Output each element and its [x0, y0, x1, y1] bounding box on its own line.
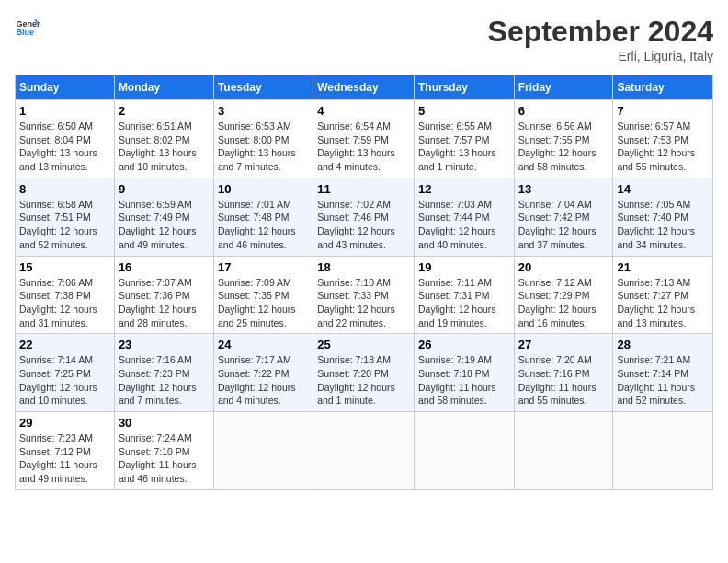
cell-content: Sunrise: 7:14 AMSunset: 7:25 PMDaylight:… [19, 353, 110, 408]
day-number: 27 [518, 338, 609, 351]
day-number: 26 [418, 338, 510, 351]
day-number: 9 [119, 182, 210, 196]
cell-content: Sunrise: 7:10 AMSunset: 7:33 PMDaylight:… [317, 276, 410, 330]
cell-content: Sunrise: 7:09 AMSunset: 7:35 PMDaylight:… [218, 276, 309, 330]
day-number: 7 [617, 104, 709, 118]
header-sunday: Sunday [16, 75, 115, 100]
cell-content: Sunrise: 7:04 AMSunset: 7:42 PMDaylight:… [518, 198, 609, 252]
calendar-cell [213, 412, 313, 490]
header-wednesday: Wednesday [313, 75, 415, 100]
day-number: 12 [418, 182, 510, 196]
calendar-cell: 12Sunrise: 7:03 AMSunset: 7:44 PMDayligh… [414, 178, 514, 256]
day-number: 23 [119, 338, 210, 351]
cell-content: Sunrise: 6:58 AMSunset: 7:51 PMDaylight:… [19, 198, 110, 252]
cell-content: Sunrise: 7:03 AMSunset: 7:44 PMDaylight:… [418, 198, 510, 252]
cell-content: Sunrise: 6:55 AMSunset: 7:57 PMDaylight:… [418, 120, 510, 174]
calendar-cell: 22Sunrise: 7:14 AMSunset: 7:25 PMDayligh… [16, 334, 115, 412]
day-number: 10 [218, 182, 309, 196]
day-number: 17 [218, 260, 309, 274]
cell-content: Sunrise: 7:02 AMSunset: 7:46 PMDaylight:… [317, 198, 410, 252]
calendar-week-3: 15Sunrise: 7:06 AMSunset: 7:38 PMDayligh… [16, 256, 713, 334]
calendar-cell: 20Sunrise: 7:12 AMSunset: 7:29 PMDayligh… [514, 256, 613, 334]
calendar-week-2: 8Sunrise: 6:58 AMSunset: 7:51 PMDaylight… [16, 178, 713, 256]
header-thursday: Thursday [414, 75, 514, 100]
cell-content: Sunrise: 7:16 AMSunset: 7:23 PMDaylight:… [119, 353, 210, 408]
day-number: 21 [617, 260, 709, 274]
cell-content: Sunrise: 7:24 AMSunset: 7:10 PMDaylight:… [119, 431, 210, 486]
cell-content: Sunrise: 7:17 AMSunset: 7:22 PMDaylight:… [218, 353, 309, 408]
calendar-cell: 23Sunrise: 7:16 AMSunset: 7:23 PMDayligh… [114, 334, 213, 412]
cell-content: Sunrise: 7:01 AMSunset: 7:48 PMDaylight:… [218, 198, 309, 252]
day-number: 22 [19, 338, 110, 351]
calendar-cell: 14Sunrise: 7:05 AMSunset: 7:40 PMDayligh… [613, 178, 713, 256]
month-title: September 2024 [488, 15, 713, 49]
page-header: General Blue September 2024 Erli, Liguri… [15, 15, 713, 63]
header-saturday: Saturday [613, 75, 713, 100]
cell-content: Sunrise: 7:19 AMSunset: 7:18 PMDaylight:… [418, 353, 510, 408]
cell-content: Sunrise: 7:23 AMSunset: 7:12 PMDaylight:… [19, 431, 110, 486]
calendar-cell: 25Sunrise: 7:18 AMSunset: 7:20 PMDayligh… [313, 334, 415, 412]
calendar-week-5: 29Sunrise: 7:23 AMSunset: 7:12 PMDayligh… [16, 412, 713, 490]
calendar-cell: 28Sunrise: 7:21 AMSunset: 7:14 PMDayligh… [613, 334, 713, 412]
cell-content: Sunrise: 6:59 AMSunset: 7:49 PMDaylight:… [119, 198, 210, 252]
day-number: 15 [19, 260, 110, 274]
cell-content: Sunrise: 7:11 AMSunset: 7:31 PMDaylight:… [418, 276, 510, 330]
day-number: 19 [418, 260, 510, 274]
cell-content: Sunrise: 7:07 AMSunset: 7:36 PMDaylight:… [119, 276, 210, 330]
title-block: September 2024 Erli, Liguria, Italy [488, 15, 713, 63]
calendar-cell: 21Sunrise: 7:13 AMSunset: 7:27 PMDayligh… [613, 256, 713, 334]
location-subtitle: Erli, Liguria, Italy [488, 49, 713, 63]
day-number: 3 [218, 104, 309, 118]
calendar-cell: 29Sunrise: 7:23 AMSunset: 7:12 PMDayligh… [16, 412, 115, 490]
logo-icon: General Blue [15, 15, 40, 40]
cell-content: Sunrise: 6:56 AMSunset: 7:55 PMDaylight:… [518, 120, 609, 174]
calendar-cell: 6Sunrise: 6:56 AMSunset: 7:55 PMDaylight… [514, 100, 613, 178]
day-number: 24 [218, 338, 309, 351]
cell-content: Sunrise: 6:54 AMSunset: 7:59 PMDaylight:… [317, 120, 410, 174]
day-number: 8 [19, 182, 110, 196]
day-number: 14 [617, 182, 709, 196]
calendar-cell: 3Sunrise: 6:53 AMSunset: 8:00 PMDaylight… [213, 100, 313, 178]
calendar-cell: 13Sunrise: 7:04 AMSunset: 7:42 PMDayligh… [514, 178, 613, 256]
calendar-header-row: SundayMondayTuesdayWednesdayThursdayFrid… [16, 75, 713, 100]
calendar-cell [313, 412, 415, 490]
calendar-cell: 15Sunrise: 7:06 AMSunset: 7:38 PMDayligh… [16, 256, 115, 334]
cell-content: Sunrise: 6:53 AMSunset: 8:00 PMDaylight:… [218, 120, 309, 174]
cell-content: Sunrise: 7:12 AMSunset: 7:29 PMDaylight:… [518, 276, 609, 330]
svg-text:Blue: Blue [16, 28, 34, 37]
calendar-cell: 9Sunrise: 6:59 AMSunset: 7:49 PMDaylight… [114, 178, 213, 256]
day-number: 11 [317, 182, 410, 196]
day-number: 25 [317, 338, 410, 351]
cell-content: Sunrise: 6:51 AMSunset: 8:02 PMDaylight:… [119, 120, 210, 174]
cell-content: Sunrise: 7:20 AMSunset: 7:16 PMDaylight:… [518, 353, 609, 408]
calendar-cell: 24Sunrise: 7:17 AMSunset: 7:22 PMDayligh… [213, 334, 313, 412]
calendar-cell: 4Sunrise: 6:54 AMSunset: 7:59 PMDaylight… [313, 100, 415, 178]
day-number: 6 [518, 104, 609, 118]
day-number: 29 [19, 416, 110, 430]
day-number: 20 [518, 260, 609, 274]
day-number: 5 [418, 104, 510, 118]
calendar-cell: 8Sunrise: 6:58 AMSunset: 7:51 PMDaylight… [16, 178, 115, 256]
calendar-cell: 27Sunrise: 7:20 AMSunset: 7:16 PMDayligh… [514, 334, 613, 412]
header-tuesday: Tuesday [213, 75, 313, 100]
logo: General Blue [15, 15, 40, 40]
calendar-cell [414, 412, 514, 490]
day-number: 16 [119, 260, 210, 274]
calendar-table: SundayMondayTuesdayWednesdayThursdayFrid… [15, 75, 713, 490]
calendar-cell [514, 412, 613, 490]
day-number: 1 [19, 104, 110, 118]
calendar-cell: 18Sunrise: 7:10 AMSunset: 7:33 PMDayligh… [313, 256, 415, 334]
calendar-cell: 26Sunrise: 7:19 AMSunset: 7:18 PMDayligh… [414, 334, 514, 412]
day-number: 13 [518, 182, 609, 196]
cell-content: Sunrise: 7:18 AMSunset: 7:20 PMDaylight:… [317, 353, 410, 408]
calendar-cell: 16Sunrise: 7:07 AMSunset: 7:36 PMDayligh… [114, 256, 213, 334]
day-number: 18 [317, 260, 410, 274]
calendar-cell: 19Sunrise: 7:11 AMSunset: 7:31 PMDayligh… [414, 256, 514, 334]
cell-content: Sunrise: 7:13 AMSunset: 7:27 PMDaylight:… [617, 276, 709, 330]
calendar-week-4: 22Sunrise: 7:14 AMSunset: 7:25 PMDayligh… [16, 334, 713, 412]
day-number: 28 [617, 338, 709, 351]
header-monday: Monday [114, 75, 213, 100]
cell-content: Sunrise: 6:57 AMSunset: 7:53 PMDaylight:… [617, 120, 709, 174]
day-number: 2 [119, 104, 210, 118]
calendar-cell: 1Sunrise: 6:50 AMSunset: 8:04 PMDaylight… [16, 100, 115, 178]
